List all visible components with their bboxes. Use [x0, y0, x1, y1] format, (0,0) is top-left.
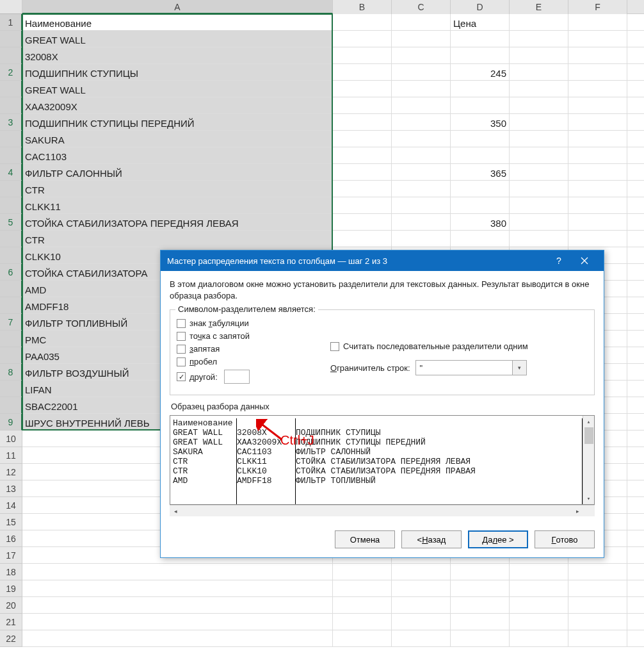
cell[interactable] — [333, 31, 392, 47]
cell[interactable] — [510, 231, 568, 247]
row-header[interactable]: 22 — [0, 630, 22, 647]
cell[interactable] — [22, 580, 333, 596]
row-header[interactable]: 6 — [0, 264, 22, 281]
cell[interactable] — [568, 114, 627, 130]
cell[interactable] — [392, 597, 451, 613]
cell[interactable] — [392, 214, 451, 230]
cell[interactable] — [510, 214, 568, 230]
cell[interactable] — [510, 564, 568, 580]
cell[interactable] — [451, 181, 510, 197]
row-header[interactable]: 8 — [0, 364, 22, 381]
close-button[interactable] — [572, 250, 597, 271]
row-header[interactable] — [0, 197, 22, 214]
cell[interactable] — [568, 147, 627, 163]
cell[interactable] — [392, 31, 451, 47]
cell[interactable] — [451, 580, 510, 596]
col-header-D[interactable]: D — [451, 0, 510, 14]
cell[interactable] — [510, 14, 568, 30]
cell[interactable] — [451, 31, 510, 47]
row-header[interactable] — [0, 147, 22, 164]
cell[interactable] — [451, 231, 510, 247]
cell[interactable] — [333, 564, 392, 580]
cell[interactable] — [510, 597, 568, 613]
cell[interactable] — [392, 97, 451, 113]
cell[interactable]: 245 — [451, 64, 510, 80]
cell[interactable] — [333, 114, 392, 130]
scroll-thumb[interactable] — [584, 427, 593, 444]
cell[interactable] — [333, 147, 392, 163]
cell[interactable] — [392, 14, 451, 30]
cell[interactable]: CAC1103 — [22, 147, 333, 163]
cell[interactable] — [510, 164, 568, 180]
cell[interactable] — [333, 131, 392, 147]
row-header[interactable] — [0, 281, 22, 297]
cell[interactable] — [392, 231, 451, 247]
row-header[interactable]: 15 — [0, 514, 22, 530]
cell[interactable] — [392, 580, 451, 596]
cell[interactable]: GREAT WALL — [22, 31, 333, 47]
cell[interactable] — [568, 97, 627, 113]
cell[interactable] — [568, 131, 627, 147]
cell[interactable]: XAA32009X — [22, 97, 333, 113]
cell[interactable] — [510, 147, 568, 163]
checkbox-consecutive[interactable] — [330, 342, 339, 351]
cell[interactable] — [451, 197, 510, 213]
cell[interactable]: 350 — [451, 114, 510, 130]
cell[interactable] — [510, 97, 568, 113]
cell[interactable] — [568, 47, 627, 63]
other-delimiter-input[interactable] — [224, 370, 250, 384]
cell[interactable] — [22, 630, 333, 646]
row-header[interactable]: 21 — [0, 614, 22, 630]
cell[interactable] — [22, 564, 333, 580]
cell[interactable] — [510, 580, 568, 596]
checkbox-comma[interactable] — [177, 345, 186, 354]
cell[interactable]: ФИЛЬТР САЛОННЫЙ — [22, 164, 333, 180]
cell[interactable] — [510, 81, 568, 97]
cell[interactable] — [451, 564, 510, 580]
cell[interactable] — [568, 580, 627, 596]
row-header[interactable]: 10 — [0, 430, 22, 447]
cell[interactable] — [451, 131, 510, 147]
cell[interactable]: SAKURA — [22, 131, 333, 147]
row-header[interactable] — [0, 297, 22, 314]
cell[interactable] — [392, 181, 451, 197]
row-header[interactable] — [0, 97, 22, 114]
cell[interactable]: 380 — [451, 214, 510, 230]
cell[interactable] — [451, 614, 510, 630]
cell[interactable] — [568, 597, 627, 613]
cell[interactable]: СТОЙКА СТАБИЛИЗАТОРА ПЕРЕДНЯЯ ЛЕВАЯ — [22, 214, 333, 230]
cell[interactable]: Цена — [451, 14, 510, 30]
cell[interactable] — [333, 630, 392, 646]
cell[interactable] — [568, 197, 627, 213]
cell[interactable] — [568, 31, 627, 47]
row-header[interactable]: 19 — [0, 580, 22, 597]
cell[interactable] — [568, 181, 627, 197]
cell[interactable] — [333, 197, 392, 213]
dialog-title-bar[interactable]: Мастер распределения текста по столбцам … — [161, 250, 604, 271]
row-header[interactable]: 18 — [0, 564, 22, 580]
checkbox-space[interactable] — [177, 357, 186, 366]
cell[interactable] — [451, 47, 510, 63]
cell[interactable]: CTR — [22, 181, 333, 197]
preview-hscroll[interactable]: ◂ ▸ — [170, 505, 595, 516]
cancel-button[interactable]: Отмена — [335, 530, 395, 548]
next-button[interactable]: Далее > — [468, 530, 528, 548]
cell[interactable] — [392, 47, 451, 63]
cell[interactable]: CLKK11 — [22, 197, 333, 213]
row-header[interactable]: 17 — [0, 547, 22, 564]
help-button[interactable]: ? — [546, 250, 572, 271]
row-header[interactable] — [0, 397, 22, 414]
cell[interactable] — [333, 580, 392, 596]
row-header[interactable] — [0, 81, 22, 97]
row-header[interactable] — [0, 247, 22, 264]
col-header-A[interactable]: A — [22, 0, 333, 14]
row-header[interactable]: 2 — [0, 64, 22, 81]
cell[interactable] — [392, 147, 451, 163]
cell[interactable] — [451, 630, 510, 646]
row-header[interactable]: 4 — [0, 164, 22, 181]
cell[interactable] — [392, 630, 451, 646]
row-header[interactable]: 9 — [0, 414, 22, 430]
cell[interactable] — [333, 231, 392, 247]
cell[interactable] — [568, 64, 627, 80]
cell[interactable] — [568, 614, 627, 630]
